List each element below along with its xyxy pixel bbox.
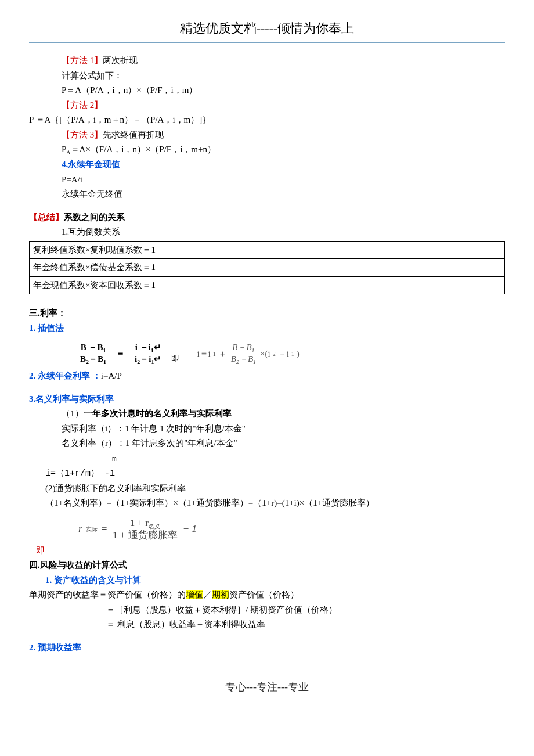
reciprocal-heading: 1.互为倒数关系 [29,225,505,240]
table-row: 复利终值系数×复利现值系数＝1 [30,241,505,259]
section-4-title: 四.风险与收益的计算公式 [29,558,505,573]
summary-title: 系数之间的关系 [64,213,125,222]
coefficient-table: 复利终值系数×复利现值系数＝1 年金终值系数×偿债基金系数＝1 年金现值系数×资… [29,241,505,295]
nominal-rate-def: 名义利率（r）：1 年计息多次的"年利息/本金" [29,436,505,451]
sub-1-title: 一年多次计息时的名义利率与实际利率 [84,409,232,418]
summary-label: 【总结】 [29,213,64,222]
expected-return-heading: 2. 预期收益率 [29,643,81,652]
method3-label: 【方法 3】 [62,130,103,139]
method3-text: 先求终值再折现 [103,130,164,139]
inflation-heading: (2)通货膨胀下的名义利率和实际利率 [29,481,505,496]
perpetuity-pv-heading: 4.永续年金现值 [62,160,120,169]
return-meaning-heading: 1. 资产收益的含义与计算 [45,575,141,585]
perpetuity-noend: 永续年金无终值 [29,187,505,202]
formula-3: PA＝A×（F/A，i，n）×（P/F，i，m+n） [29,142,505,157]
nominal-real-heading: 3.名义利率与实际利率 [29,394,114,404]
single-period-return-line3: ＝ 利息（股息）收益率＋资本利得收益率 [29,617,505,632]
page-footer: 专心---专注---专业 [29,678,505,696]
page-header: 精选优质文档-----倾情为你奉上 [29,17,505,43]
compound-formula: m i=（1+r/m） -1 [29,451,505,481]
perpetuity-formula: P=A/i [29,172,505,188]
method1-text: 两次折现 [103,56,138,65]
method1-label: 【方法 1】 [62,56,103,65]
formula-1: P＝A（P/A，i，n）×（P/F，i，m） [29,83,505,98]
calc-intro: 计算公式如下： [29,69,505,84]
interpolation-heading: 1. 插值法 [29,323,64,333]
inflation-formula-line: （1+名义利率）=（1+实际利率）×（1+通货膨胀率）=（1+r)=(1+i)×… [29,496,505,511]
interpolation-equation: B －B1 B2－B1 ＝ i －i1↵ i2－i1↵ 即 i＝i1＋ B－B1… [29,343,505,365]
real-rate-def: 实际利率（i）：1 年计息 1 次时的"年利息/本金" [29,422,505,437]
method2-label: 【方法 2】 [62,100,103,110]
section-3-title: 三.利率：= [29,306,505,321]
real-rate-formula-image: r实际 = 1 + r名义 1 + 通货膨胀率 − 1 [29,518,197,541]
single-period-return-line2: ＝［利息（股息）收益＋资本利得］/ 期初资产价值（价格） [29,603,505,618]
sub-1-prefix: （1） [62,409,84,418]
perpetual-rate-heading: 2. 永续年金利率 ： [29,371,101,380]
table-row: 年金现值系数×资本回收系数＝1 [30,276,505,294]
perpetual-rate-formula: i=A/P [101,371,122,380]
single-period-return-line1: 单期资产的收益率＝资产价值（价格）的增值／期初资产价值（价格） [29,588,505,603]
formula-2: P ＝A｛[（P/A，i，m＋n）－（P/A，i，m）]｝ [29,113,505,128]
ie-label: 即 [36,546,45,555]
table-row: 年金终值系数×偿债基金系数＝1 [30,259,505,277]
